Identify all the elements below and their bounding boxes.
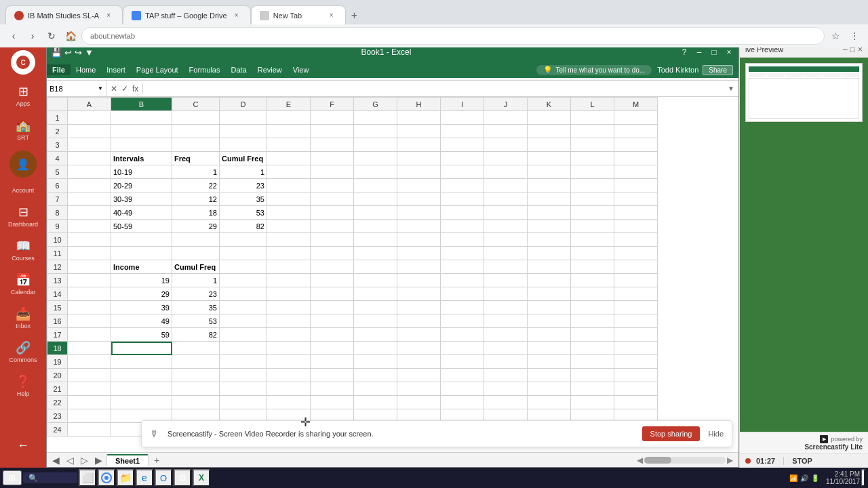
cell-I17[interactable] — [441, 328, 484, 342]
cell-I21[interactable] — [441, 382, 484, 396]
row-header-2[interactable]: 2 — [47, 125, 68, 138]
cell-B15[interactable]: 39 — [111, 301, 172, 314]
col-header-A[interactable]: A — [68, 98, 111, 111]
cell-C8[interactable]: 18 — [172, 206, 220, 220]
cell-C19[interactable] — [172, 355, 220, 369]
name-box-dropdown-icon[interactable]: ▼ — [98, 85, 103, 92]
sidebar-item-apps[interactable]: ⊞ Apps — [3, 80, 43, 111]
excel-restore-button[interactable]: □ — [707, 45, 721, 59]
cell-K5[interactable] — [528, 165, 571, 179]
cell-I14[interactable] — [441, 287, 484, 301]
cell-B3[interactable] — [111, 138, 172, 152]
cell-B19[interactable] — [111, 355, 172, 369]
sidebar-item-srti[interactable]: 🏫 SRT — [3, 114, 43, 145]
sheet-nav-right2[interactable]: ▷ — [78, 455, 91, 466]
cell-A20[interactable] — [68, 369, 111, 382]
taskbar-edge[interactable]: e — [136, 469, 153, 487]
cell-C2[interactable] — [172, 125, 220, 138]
cell-M13[interactable] — [614, 274, 658, 287]
cell-B17[interactable]: 59 — [111, 328, 172, 342]
cell-G5[interactable] — [354, 165, 397, 179]
cell-H6[interactable] — [397, 179, 441, 192]
cell-H1[interactable] — [397, 111, 441, 125]
col-header-I[interactable]: I — [441, 98, 484, 111]
menu-file[interactable]: File — [47, 64, 71, 75]
row-header-20[interactable]: 20 — [47, 369, 68, 382]
cell-E18[interactable] — [267, 342, 311, 355]
cell-D8[interactable]: 53 — [220, 206, 267, 220]
taskbar-excel[interactable]: X — [193, 469, 210, 487]
cell-D7[interactable]: 35 — [220, 192, 267, 206]
cell-F21[interactable] — [311, 382, 354, 396]
cell-A9[interactable] — [68, 220, 111, 233]
cell-E12[interactable] — [267, 260, 311, 274]
col-header-M[interactable]: M — [614, 98, 658, 111]
cell-G1[interactable] — [354, 111, 397, 125]
cell-G21[interactable] — [354, 382, 397, 396]
cell-B2[interactable] — [111, 125, 172, 138]
tab-tap-stuff[interactable]: TAP stuff – Google Drive × — [123, 5, 250, 24]
cell-M22[interactable] — [614, 396, 658, 409]
menu-insert[interactable]: Insert — [101, 64, 131, 75]
cell-I12[interactable] — [441, 260, 484, 274]
cell-H12[interactable] — [397, 260, 441, 274]
cell-G19[interactable] — [354, 355, 397, 369]
cell-D21[interactable] — [220, 382, 267, 396]
cell-D16[interactable] — [220, 314, 267, 328]
canvas-logo[interactable]: C — [11, 50, 35, 75]
cell-K21[interactable] — [528, 382, 571, 396]
cell-G16[interactable] — [354, 314, 397, 328]
col-header-G[interactable]: G — [354, 98, 397, 111]
sidebar-item-inbox[interactable]: 📥 Inbox — [3, 302, 43, 333]
sc-stop-button[interactable]: STOP — [792, 457, 812, 465]
row-header-3[interactable]: 3 — [47, 138, 68, 152]
col-header-D[interactable]: D — [220, 98, 267, 111]
cell-B4[interactable]: Intervals — [111, 152, 172, 165]
cell-E14[interactable] — [267, 287, 311, 301]
cell-D4[interactable]: Cumul Freq — [220, 152, 267, 165]
cell-E20[interactable] — [267, 369, 311, 382]
cell-E22[interactable] — [267, 396, 311, 409]
row-header-23[interactable]: 23 — [47, 409, 68, 423]
cell-I11[interactable] — [441, 247, 484, 260]
cell-B7[interactable]: 30-39 — [111, 192, 172, 206]
menu-data[interactable]: Data — [225, 64, 252, 75]
cell-F9[interactable] — [311, 220, 354, 233]
cell-C11[interactable] — [172, 247, 220, 260]
cell-L10[interactable] — [571, 233, 614, 247]
cell-L13[interactable] — [571, 274, 614, 287]
cell-C14[interactable]: 23 — [172, 287, 220, 301]
cell-M3[interactable] — [614, 138, 658, 152]
cell-H4[interactable] — [397, 152, 441, 165]
cell-I16[interactable] — [441, 314, 484, 328]
home-button[interactable]: 🏠 — [62, 28, 79, 44]
cell-F12[interactable] — [311, 260, 354, 274]
taskbar-task-view[interactable]: ⬜ — [79, 469, 96, 487]
cell-F18[interactable] — [311, 342, 354, 355]
cell-J19[interactable] — [484, 355, 528, 369]
cell-A5[interactable] — [68, 165, 111, 179]
cell-M20[interactable] — [614, 369, 658, 382]
cell-A4[interactable] — [68, 152, 111, 165]
cell-A22[interactable] — [68, 396, 111, 409]
cell-I10[interactable] — [441, 233, 484, 247]
cell-A7[interactable] — [68, 192, 111, 206]
sidebar-item-calendar[interactable]: 📅 Calendar — [3, 268, 43, 300]
cell-F19[interactable] — [311, 355, 354, 369]
formula-input[interactable] — [143, 85, 724, 93]
excel-save-button[interactable]: 💾 — [50, 46, 63, 59]
row-header-12[interactable]: 12 — [47, 260, 68, 274]
cell-J20[interactable] — [484, 369, 528, 382]
cell-A16[interactable] — [68, 314, 111, 328]
sc-stop-sharing-button[interactable]: Stop sharing — [642, 426, 701, 441]
cell-E10[interactable] — [267, 233, 311, 247]
cell-L4[interactable] — [571, 152, 614, 165]
cell-B1[interactable] — [111, 111, 172, 125]
cell-J21[interactable] — [484, 382, 528, 396]
row-header-11[interactable]: 11 — [47, 247, 68, 260]
cell-K15[interactable] — [528, 301, 571, 314]
cell-D20[interactable] — [220, 369, 267, 382]
formula-expand-icon[interactable]: ▼ — [724, 85, 738, 92]
cell-C6[interactable]: 22 — [172, 179, 220, 192]
cell-H9[interactable] — [397, 220, 441, 233]
